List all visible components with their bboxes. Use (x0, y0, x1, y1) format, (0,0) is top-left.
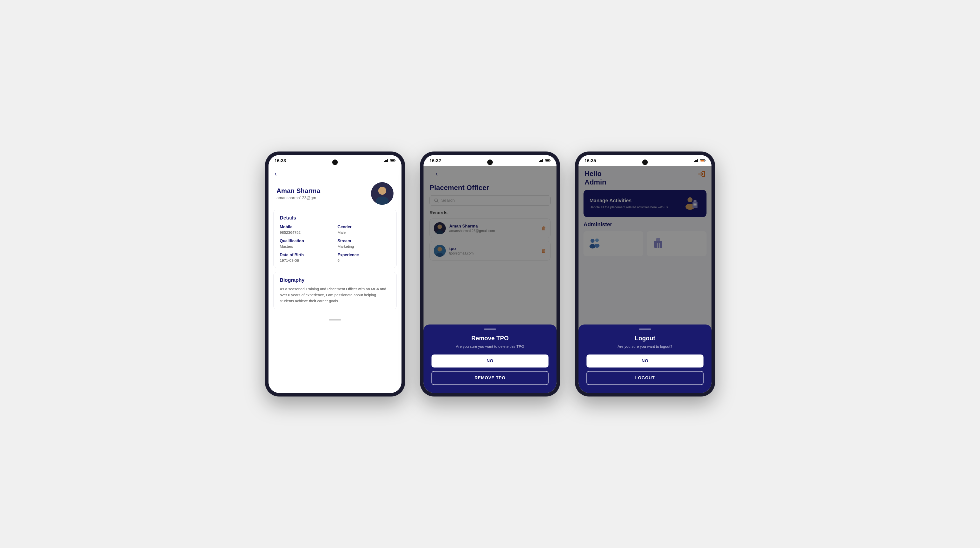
details-card: Details Mobile 9852364752 Gender Male Qu… (274, 210, 396, 268)
phone2-content: ‹ Placement Officer Search Records (423, 166, 557, 393)
avatar (371, 182, 393, 205)
stream-label: Stream (337, 239, 390, 243)
mobile-label: Mobile (280, 225, 332, 229)
status-bar-1: 16:33 (269, 155, 401, 166)
profile-email: amansharma123@gm... (277, 196, 366, 200)
svg-rect-1 (385, 160, 386, 162)
status-bar-3: 16:35 (579, 155, 711, 166)
experience-label: Experience (337, 253, 390, 257)
sheet-handle-2 (484, 328, 496, 330)
profile-name: Aman Sharma (277, 187, 366, 195)
signal-icon-3 (694, 159, 698, 162)
time-2: 16:32 (430, 158, 441, 164)
no-button-3[interactable]: NO (587, 355, 703, 368)
svg-rect-6 (395, 160, 396, 161)
stream-value: Marketing (337, 244, 354, 249)
svg-rect-15 (546, 160, 549, 161)
bottom-sheet-remove-tpo: Remove TPO Are you sure you want to dele… (423, 325, 557, 393)
time-3: 16:35 (584, 158, 596, 164)
svg-rect-11 (540, 160, 541, 162)
details-grid: Mobile 9852364752 Gender Male Qualificat… (280, 225, 390, 263)
logout-button[interactable]: LOGOUT (587, 371, 703, 385)
status-icons-3 (694, 159, 705, 162)
svg-rect-30 (700, 160, 704, 161)
biography-section: Biography As a seasoned Training and Pla… (274, 272, 396, 309)
phone2: 16:32 ‹ Placement Officer Search (420, 151, 560, 397)
biography-text: As a seasoned Training and Placement Off… (280, 286, 390, 304)
svg-rect-28 (697, 159, 698, 162)
camera-notch-1 (332, 159, 338, 165)
status-bar-2: 16:32 (423, 155, 557, 166)
experience-value: 6 (337, 258, 339, 263)
profile-info: Aman Sharma amansharma123@gm... (277, 187, 366, 200)
svg-rect-10 (539, 161, 540, 162)
field-mobile: Mobile 9852364752 (280, 225, 332, 235)
field-experience: Experience 6 (337, 253, 390, 263)
status-icons-1 (384, 159, 396, 162)
home-indicator-1 (329, 319, 341, 320)
svg-rect-0 (384, 161, 385, 162)
svg-rect-25 (694, 161, 695, 162)
battery-icon-3 (700, 159, 705, 162)
sheet-subtitle-3: Are you sure you want to logout? (587, 344, 703, 349)
camera-notch-3 (642, 159, 648, 165)
dob-label: Date of Birth (280, 253, 332, 257)
sheet-title-2: Remove TPO (431, 335, 549, 342)
remove-tpo-button[interactable]: REMOVE TPO (431, 371, 549, 385)
sheet-title-3: Logout (587, 335, 703, 342)
battery-icon-1 (390, 159, 396, 162)
qualification-label: Qualification (280, 239, 332, 243)
profile-header: Aman Sharma amansharma123@gm... (269, 180, 401, 210)
biography-title: Biography (280, 277, 390, 283)
svg-rect-27 (696, 160, 697, 162)
no-button-2[interactable]: NO (431, 355, 549, 368)
time-1: 16:33 (275, 158, 286, 164)
signal-icon-1 (384, 159, 388, 162)
sheet-subtitle-2: Are you sure you want to delete this TPO (431, 344, 549, 349)
field-stream: Stream Marketing (337, 239, 390, 249)
phone1-content: ‹ Aman Sharma amansharma123@gm... (269, 166, 401, 393)
svg-rect-16 (550, 160, 550, 161)
mobile-value: 9852364752 (280, 230, 301, 234)
svg-rect-5 (390, 160, 394, 161)
svg-rect-3 (387, 159, 388, 162)
phone1: 16:33 ‹ Aman Sharma amansharma123@gm... (265, 151, 405, 397)
svg-point-8 (378, 187, 386, 195)
svg-rect-13 (542, 159, 543, 162)
svg-rect-26 (695, 160, 696, 162)
sheet-handle-3 (639, 328, 651, 330)
svg-rect-2 (386, 160, 387, 162)
phones-container: 16:33 ‹ Aman Sharma amansharma123@gm... (265, 151, 715, 397)
svg-rect-31 (705, 160, 705, 161)
qualification-value: Masters (280, 244, 293, 249)
field-dob: Date of Birth 1971-03-06 (280, 253, 332, 263)
field-gender: Gender Male (337, 225, 390, 235)
svg-rect-12 (541, 160, 542, 162)
status-icons-2 (539, 159, 550, 162)
phone3: 16:35 Hello Admin (575, 151, 715, 397)
signal-icon-2 (539, 159, 544, 162)
bottom-sheet-logout: Logout Are you sure you want to logout? … (579, 325, 711, 393)
battery-icon-2 (545, 159, 550, 162)
camera-notch-2 (487, 159, 493, 165)
dob-value: 1971-03-06 (280, 258, 299, 263)
avatar-image (371, 182, 393, 205)
gender-value: Male (337, 230, 346, 234)
details-title: Details (280, 215, 390, 221)
back-button-1[interactable]: ‹ (269, 166, 401, 180)
field-qualification: Qualification Masters (280, 239, 332, 249)
phone3-content: Hello Admin Manage Activities H (579, 166, 711, 393)
gender-label: Gender (337, 225, 390, 229)
